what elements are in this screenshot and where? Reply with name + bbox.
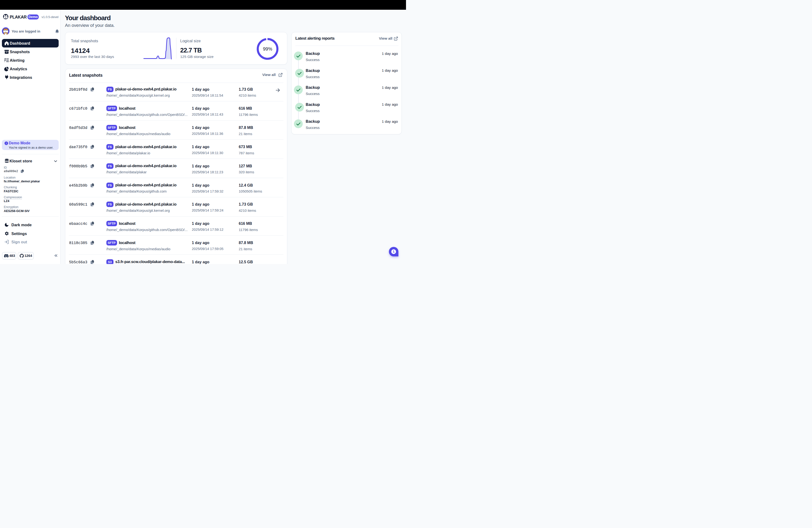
svg-text:99%: 99%	[263, 46, 272, 52]
